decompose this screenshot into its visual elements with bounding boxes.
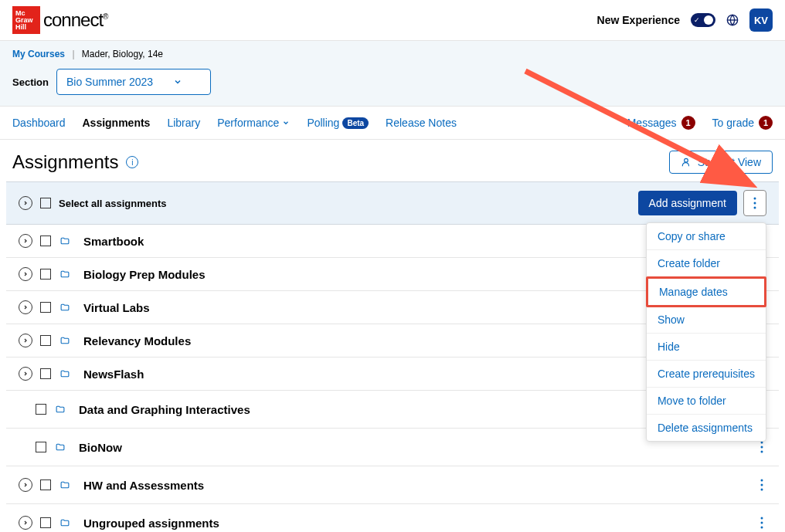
assignment-name: HW and Assessments — [83, 479, 204, 492]
action-bar-left: Select all assignments — [19, 196, 166, 210]
menu-create-prerequisites[interactable]: Create prerequisites — [647, 361, 766, 388]
menu-hide[interactable]: Hide — [647, 334, 766, 361]
globe-icon[interactable] — [726, 14, 739, 26]
messages-link[interactable]: Messages 1 — [627, 116, 695, 130]
svg-point-13 — [761, 484, 763, 486]
user-avatar[interactable]: KV — [749, 8, 773, 32]
expand-all-icon[interactable] — [19, 196, 32, 210]
svg-point-12 — [761, 479, 763, 482]
assignment-checkbox[interactable] — [36, 442, 46, 452]
to-grade-count-badge: 1 — [759, 116, 773, 130]
tabs-left: Dashboard Assignments Library Performanc… — [12, 117, 457, 129]
tab-performance[interactable]: Performance — [217, 117, 290, 129]
assignment-name: Relevancy Modules — [83, 334, 191, 347]
tab-dashboard[interactable]: Dashboard — [12, 117, 66, 129]
select-all-label: Select all assignments — [59, 198, 166, 209]
tab-polling-label: Polling — [307, 117, 339, 129]
new-experience-toggle[interactable]: ✓ — [691, 13, 715, 27]
assignment-row-left: Relevancy Modules — [19, 334, 191, 347]
menu-create-folder[interactable]: Create folder — [647, 250, 766, 277]
breadcrumb-my-courses[interactable]: My Courses — [12, 49, 65, 59]
expand-icon[interactable] — [19, 300, 32, 314]
menu-move-to-folder[interactable]: Move to folder — [647, 388, 766, 415]
info-icon[interactable]: i — [126, 156, 138, 168]
expand-icon[interactable] — [19, 516, 32, 530]
folder-icon — [59, 518, 71, 528]
check-icon: ✓ — [694, 16, 700, 24]
connect-wordmark: connect® — [43, 9, 107, 31]
expand-icon[interactable] — [19, 334, 32, 347]
to-grade-link[interactable]: To grade 1 — [712, 116, 773, 130]
expand-icon[interactable] — [19, 267, 32, 281]
kebab-icon — [760, 517, 763, 529]
section-selected-value: Bio Summer 2023 — [66, 76, 153, 88]
select-all-checkbox[interactable] — [40, 198, 51, 208]
svg-point-15 — [761, 517, 763, 520]
sub-header: My Courses | Mader, Biology, 14e Section… — [0, 41, 785, 107]
assignment-row-left: Ungrouped assignments — [19, 516, 219, 530]
assignment-checkbox[interactable] — [40, 236, 51, 246]
assignment-row[interactable]: HW and Assessments — [6, 466, 779, 504]
folder-icon — [59, 303, 71, 313]
student-view-button[interactable]: Student View — [669, 151, 773, 174]
assignment-checkbox[interactable] — [40, 368, 51, 379]
messages-count-badge: 1 — [681, 116, 695, 130]
options-dropdown-menu: Copy or share Create folder Manage dates… — [646, 222, 766, 442]
folder-icon — [59, 269, 71, 280]
page-title: Assignments — [12, 151, 118, 173]
brand-logo[interactable]: Mc Graw Hill connect® — [12, 6, 107, 34]
folder-icon — [59, 336, 71, 346]
assignment-name: Biology Prep Modules — [83, 268, 206, 281]
assignment-checkbox[interactable] — [36, 404, 46, 415]
folder-icon — [59, 369, 71, 379]
folder-icon — [54, 442, 66, 452]
tab-library[interactable]: Library — [167, 117, 200, 129]
assignment-name: BioNow — [79, 441, 122, 454]
assignment-options-button[interactable] — [743, 190, 766, 216]
assignment-checkbox[interactable] — [40, 302, 51, 313]
section-select[interactable]: Bio Summer 2023 — [56, 69, 211, 95]
assignment-row[interactable]: Ungrouped assignments — [6, 504, 779, 532]
menu-manage-dates[interactable]: Manage dates — [646, 276, 766, 307]
header-right: New Experience ✓ KV — [597, 8, 773, 32]
assignment-checkbox[interactable] — [40, 479, 51, 490]
tab-release-notes[interactable]: Release Notes — [386, 117, 457, 129]
to-grade-label: To grade — [712, 117, 754, 129]
assignment-row-left: Smartbook — [19, 234, 144, 248]
tab-polling[interactable]: Polling Beta — [307, 117, 369, 129]
expand-icon[interactable] — [19, 234, 32, 248]
action-bar-right: Add assignment — [638, 190, 766, 216]
assignment-row-left: Biology Prep Modules — [19, 267, 206, 281]
expand-icon[interactable] — [19, 367, 32, 381]
page-title-row: Assignments i Student View — [0, 140, 785, 181]
tabs-row: Dashboard Assignments Library Performanc… — [0, 107, 785, 140]
assignment-name: NewsFlash — [83, 368, 144, 381]
expand-icon[interactable] — [19, 478, 32, 492]
app-header: Mc Graw Hill connect® New Experience ✓ K… — [0, 0, 785, 41]
menu-copy-share[interactable]: Copy or share — [647, 223, 766, 250]
svg-point-17 — [761, 527, 763, 529]
page-title-left: Assignments i — [12, 151, 138, 173]
assignment-row-left: HW and Assessments — [19, 478, 204, 492]
chevron-down-icon — [282, 119, 290, 127]
assignment-checkbox[interactable] — [40, 269, 51, 280]
student-view-label: Student View — [698, 156, 761, 168]
section-label: Section — [12, 76, 49, 88]
folder-icon — [59, 480, 71, 490]
kebab-icon — [760, 441, 763, 453]
menu-show[interactable]: Show — [647, 307, 766, 334]
kebab-icon — [760, 479, 763, 491]
assignment-row-left: Data and Graphing Interactives — [19, 403, 250, 416]
assignment-checkbox[interactable] — [40, 335, 51, 346]
beta-badge: Beta — [342, 117, 369, 129]
assignment-row-left: NewsFlash — [19, 367, 144, 381]
menu-delete-assignments[interactable]: Delete assignments — [647, 415, 766, 441]
row-options-button[interactable] — [757, 476, 766, 494]
assignment-checkbox[interactable] — [40, 517, 51, 528]
assignment-name: Ungrouped assignments — [83, 517, 219, 530]
tab-assignments[interactable]: Assignments — [83, 117, 151, 129]
svg-point-3 — [754, 198, 756, 200]
add-assignment-button[interactable]: Add assignment — [638, 191, 737, 215]
row-options-button[interactable] — [757, 513, 766, 532]
tabs-right: Messages 1 To grade 1 — [627, 116, 773, 130]
